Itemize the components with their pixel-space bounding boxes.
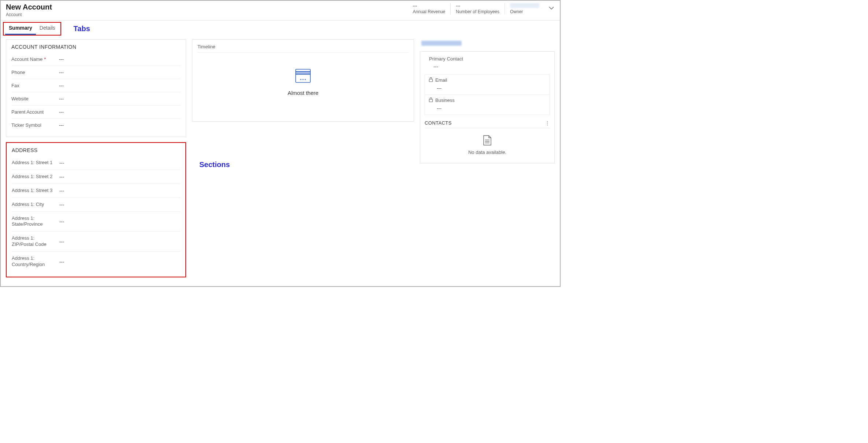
- primary-contact-label: Primary Contact: [425, 56, 550, 62]
- field-website[interactable]: Website ---: [11, 92, 181, 106]
- field-ticker-symbol[interactable]: Ticker Symbol ---: [11, 119, 181, 132]
- header-field-annual-revenue[interactable]: --- Annual Revenue: [408, 3, 451, 14]
- field-account-name[interactable]: Account Name* ---: [11, 53, 181, 66]
- section-address: ADDRESS Address 1: Street 1 --- Address …: [6, 142, 186, 277]
- timeline-section: Timeline Almost there: [192, 39, 414, 122]
- tab-summary[interactable]: Summary: [5, 23, 36, 35]
- section-account-information: ACCOUNT INFORMATION Account Name* --- Ph…: [6, 39, 186, 137]
- chevron-down-icon[interactable]: [548, 5, 555, 12]
- svg-point-5: [305, 79, 306, 80]
- field-phone[interactable]: Phone ---: [11, 66, 181, 79]
- tab-row: Summary Details Tabs: [1, 21, 560, 36]
- required-indicator: *: [44, 56, 46, 62]
- svg-rect-2: [296, 74, 310, 82]
- field-address-street2[interactable]: Address 1: Street 2 ---: [12, 170, 180, 184]
- form-header: New Account Account --- Annual Revenue -…: [1, 1, 560, 21]
- field-address-state[interactable]: Address 1: State/Province ---: [12, 212, 180, 232]
- header-field-num-employees[interactable]: --- Number of Employees: [450, 3, 505, 14]
- primary-contact-value[interactable]: ---: [425, 62, 550, 73]
- svg-rect-6: [429, 79, 433, 82]
- field-address-zip[interactable]: Address 1: ZIP/Postal Code ---: [12, 232, 180, 252]
- timeline-title: Timeline: [197, 44, 409, 53]
- svg-rect-7: [429, 99, 433, 102]
- tab-details[interactable]: Details: [36, 23, 59, 35]
- more-icon[interactable]: ⋮: [545, 121, 550, 126]
- document-icon: [483, 135, 492, 146]
- lock-icon: [429, 77, 433, 83]
- right-card: Primary Contact --- Email ---: [420, 51, 555, 163]
- svg-point-3: [300, 79, 302, 80]
- locked-field-email: Email ---: [425, 75, 550, 95]
- tabs-highlight-box: Summary Details: [3, 22, 61, 36]
- field-parent-account[interactable]: Parent Account ---: [11, 106, 181, 119]
- field-address-street1[interactable]: Address 1: Street 1 ---: [12, 156, 180, 170]
- field-address-street3[interactable]: Address 1: Street 3 ---: [12, 184, 180, 198]
- field-address-city[interactable]: Address 1: City ---: [12, 198, 180, 212]
- folder-icon: [295, 69, 311, 83]
- timeline-message: Almost there: [288, 90, 318, 96]
- lock-icon: [429, 97, 433, 103]
- field-fax[interactable]: Fax ---: [11, 79, 181, 92]
- sections-callout-label: Sections: [199, 160, 414, 169]
- contacts-title: CONTACTS: [425, 120, 452, 126]
- owner-value-redacted: [510, 3, 539, 8]
- svg-rect-0: [296, 69, 310, 72]
- section-title: ADDRESS: [12, 147, 180, 153]
- svg-point-4: [303, 79, 304, 80]
- no-data-message: No data available.: [468, 149, 506, 155]
- related-link-redacted[interactable]: [421, 41, 462, 46]
- entity-name: Account: [6, 12, 52, 17]
- tabs-callout-label: Tabs: [74, 25, 90, 33]
- locked-field-business: Business ---: [425, 95, 550, 115]
- header-field-owner[interactable]: Owner: [505, 3, 544, 14]
- svg-rect-1: [296, 71, 310, 74]
- field-address-country[interactable]: Address 1: Country/Region ---: [12, 252, 180, 272]
- section-title: ACCOUNT INFORMATION: [11, 44, 181, 50]
- page-title: New Account: [6, 3, 52, 11]
